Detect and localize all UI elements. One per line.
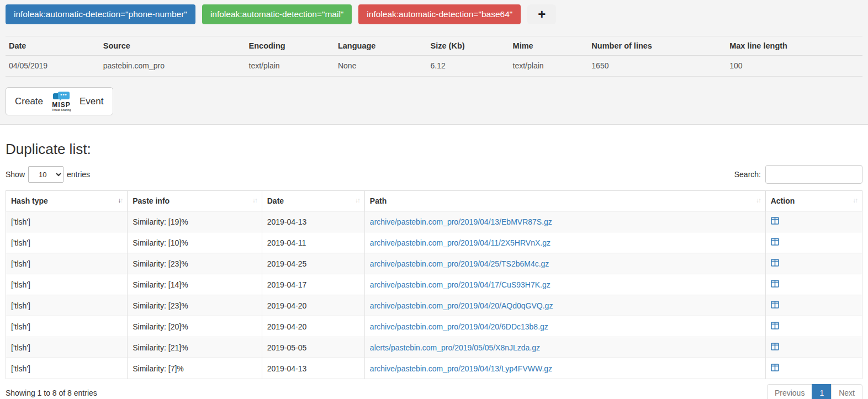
paste-metadata-panel: infoleak:automatic-detection="phone-numb… <box>0 0 868 125</box>
search-label: Search: <box>734 170 761 179</box>
show-paste-columns-icon[interactable] <box>771 343 779 350</box>
column-header-date[interactable]: Date ↓↑ <box>262 191 364 211</box>
metadata-table: Date Source Encoding Language Size (Kb) … <box>6 36 862 77</box>
paste-path-link[interactable]: archive/pastebin.com_pro/2019/04/20/AQd0… <box>370 301 553 310</box>
hash-type-cell: ['tlsh'] <box>6 358 128 379</box>
paste-info-cell: Similarity: [23]% <box>128 295 262 316</box>
duplicate-row: ['tlsh'] Similarity: [10]% 2019-04-11 ar… <box>6 232 862 253</box>
paste-path-link[interactable]: archive/pastebin.com_pro/2019/04/13/Lyp4… <box>370 364 552 373</box>
paste-path-link[interactable]: archive/pastebin.com_pro/2019/04/11/2X5H… <box>370 238 551 247</box>
duplicate-list-title: Duplicate list: <box>6 141 862 158</box>
show-paste-columns-icon[interactable] <box>771 259 779 267</box>
paste-info-cell: Similarity: [10]% <box>128 232 262 253</box>
date-cell: 2019-04-13 <box>262 358 364 379</box>
meta-header-mime: Mime <box>510 36 589 56</box>
pagination-next[interactable]: Next <box>831 384 862 399</box>
meta-value-source: pastebin.com_pro <box>100 56 246 77</box>
entries-label: entries <box>67 170 90 179</box>
paste-info-cell: Similarity: [19]% <box>128 211 262 232</box>
sort-icon: ↓↑ <box>252 196 257 204</box>
meta-header-date: Date <box>6 36 100 56</box>
paste-path-link[interactable]: archive/pastebin.com_pro/2019/04/25/TS2b… <box>370 259 549 268</box>
meta-header-maxlen: Max line length <box>726 36 862 56</box>
column-header-path[interactable]: Path ↓↑ <box>364 191 765 211</box>
duplicate-table: Hash type ↓↑ Paste info ↓↑ Date ↓↑ Path … <box>6 190 862 379</box>
meta-value-mime: text/plain <box>510 56 589 77</box>
add-tag-button[interactable]: + <box>527 4 556 24</box>
hash-type-cell: ['tlsh'] <box>6 295 128 316</box>
show-paste-columns-icon[interactable] <box>771 301 779 308</box>
paste-path-link[interactable]: alerts/pastebin.com_pro/2019/05/05/X8nJL… <box>370 343 540 352</box>
search-control: Search: <box>734 165 862 184</box>
meta-header-source: Source <box>100 36 246 56</box>
date-cell: 2019-04-17 <box>262 274 364 295</box>
duplicate-table-body: ['tlsh'] Similarity: [19]% 2019-04-13 ar… <box>6 211 862 379</box>
duplicate-row: ['tlsh'] Similarity: [21]% 2019-05-05 al… <box>6 337 862 358</box>
meta-value-maxlen: 100 <box>726 56 862 77</box>
column-header-action[interactable]: Action ↓↑ <box>765 191 862 211</box>
duplicate-row: ['tlsh'] Similarity: [20]% 2019-04-20 ar… <box>6 316 862 337</box>
show-paste-columns-icon[interactable] <box>771 322 779 329</box>
meta-header-lines: Number of lines <box>588 36 726 56</box>
show-paste-columns-icon[interactable] <box>771 364 779 371</box>
column-header-paste-info[interactable]: Paste info ↓↑ <box>128 191 262 211</box>
hash-type-cell: ['tlsh'] <box>6 253 128 274</box>
date-cell: 2019-04-11 <box>262 232 364 253</box>
show-paste-columns-icon[interactable] <box>771 217 779 225</box>
date-cell: 2019-04-13 <box>262 211 364 232</box>
sort-icon: ↓↑ <box>853 196 857 204</box>
misp-button-prefix: Create <box>15 96 43 107</box>
column-header-hash-type[interactable]: Hash type ↓↑ <box>6 191 128 211</box>
date-cell: 2019-05-05 <box>262 337 364 358</box>
paste-path-link[interactable]: archive/pastebin.com_pro/2019/04/17/CuS9… <box>370 280 551 289</box>
pagination-page-1[interactable]: 1 <box>812 384 832 399</box>
show-paste-columns-icon[interactable] <box>771 280 779 288</box>
infoleak-tag[interactable]: infoleak:automatic-detection="mail" <box>202 4 352 24</box>
page-length-select[interactable]: 10 <box>28 166 63 183</box>
paste-info-cell: Similarity: [20]% <box>128 316 262 337</box>
show-paste-columns-icon[interactable] <box>771 238 779 246</box>
meta-value-lines: 1650 <box>588 56 726 77</box>
infoleak-tag[interactable]: infoleak:automatic-detection="base64" <box>358 4 521 24</box>
sort-icon: ↓↑ <box>756 196 760 204</box>
duplicate-row: ['tlsh'] Similarity: [23]% 2019-04-25 ar… <box>6 253 862 274</box>
infoleak-tag[interactable]: infoleak:automatic-detection="phone-numb… <box>6 4 195 24</box>
misp-button-suffix: Event <box>80 96 103 107</box>
paste-path-link[interactable]: archive/pastebin.com_pro/2019/04/20/6DDc… <box>370 322 548 331</box>
duplicate-row: ['tlsh'] Similarity: [19]% 2019-04-13 ar… <box>6 211 862 232</box>
meta-header-language: Language <box>335 36 427 56</box>
meta-value-language: None <box>335 56 427 77</box>
paste-info-cell: Similarity: [7]% <box>128 358 262 379</box>
duplicate-row: ['tlsh'] Similarity: [14]% 2019-04-17 ar… <box>6 274 862 295</box>
create-misp-event-button[interactable]: Create ••• MISP Threat Sharing Event <box>6 87 113 115</box>
hash-type-cell: ['tlsh'] <box>6 232 128 253</box>
show-label: Show <box>6 170 25 179</box>
paste-path-link[interactable]: archive/pastebin.com_pro/2019/04/13/EbMV… <box>370 217 552 226</box>
meta-header-encoding: Encoding <box>246 36 335 56</box>
meta-value-encoding: text/plain <box>246 56 335 77</box>
paste-info-cell: Similarity: [23]% <box>128 253 262 274</box>
duplicate-row: ['tlsh'] Similarity: [23]% 2019-04-20 ar… <box>6 295 862 316</box>
showing-entries-info: Showing 1 to 8 of 8 entries <box>6 389 97 397</box>
hash-type-cell: ['tlsh'] <box>6 274 128 295</box>
meta-value-date: 04/05/2019 <box>6 56 100 77</box>
duplicate-row: ['tlsh'] Similarity: [7]% 2019-04-13 arc… <box>6 358 862 379</box>
pagination-previous[interactable]: Previous <box>767 384 812 399</box>
misp-logo-icon: ••• MISP Threat Sharing <box>48 92 75 111</box>
search-input[interactable] <box>765 165 862 184</box>
pagination: Previous 1 Next <box>767 384 862 399</box>
paste-info-cell: Similarity: [14]% <box>128 274 262 295</box>
hash-type-cell: ['tlsh'] <box>6 337 128 358</box>
date-cell: 2019-04-25 <box>262 253 364 274</box>
page-length-control: Show 10 entries <box>6 166 90 183</box>
date-cell: 2019-04-20 <box>262 316 364 337</box>
meta-header-size: Size (Kb) <box>427 36 510 56</box>
hash-type-cell: ['tlsh'] <box>6 316 128 337</box>
meta-value-size: 6.12 <box>427 56 510 77</box>
tags-bar: infoleak:automatic-detection="phone-numb… <box>6 4 862 24</box>
sort-icon: ↓↑ <box>118 196 122 204</box>
date-cell: 2019-04-20 <box>262 295 364 316</box>
sort-icon: ↓↑ <box>355 196 359 204</box>
duplicate-list-panel: Duplicate list: Show 10 entries Search: … <box>0 141 868 399</box>
hash-type-cell: ['tlsh'] <box>6 211 128 232</box>
